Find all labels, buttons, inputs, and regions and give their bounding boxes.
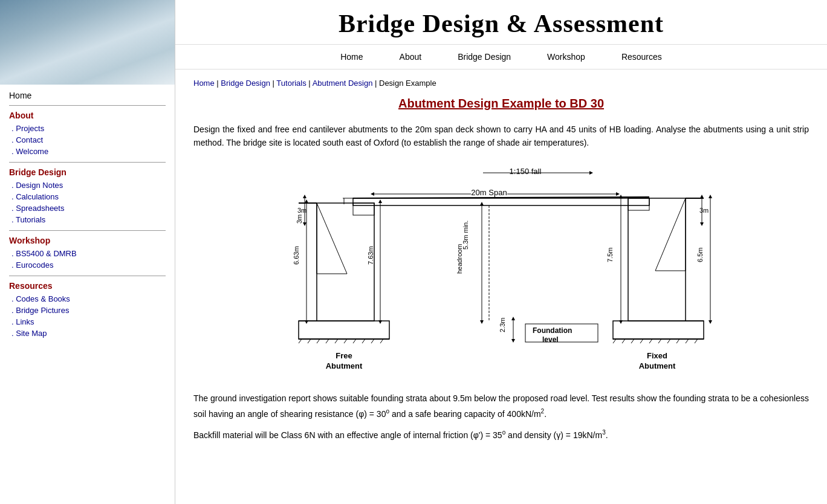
svg-line-67 xyxy=(326,339,329,343)
sidebar-section-about: About xyxy=(9,111,166,120)
svg-line-81 xyxy=(667,339,670,343)
page-title: Abutment Design Example to BD 30 xyxy=(193,97,809,111)
svg-text:Foundation: Foundation xyxy=(533,326,572,335)
svg-marker-50 xyxy=(619,320,623,324)
svg-marker-35 xyxy=(378,199,382,203)
sidebar-item-links[interactable]: Links xyxy=(9,316,166,328)
svg-text:Fixed: Fixed xyxy=(647,351,667,360)
sidebar-item-spreadsheets[interactable]: Spreadsheets xyxy=(9,202,166,214)
svg-text:Abutment: Abutment xyxy=(326,361,363,370)
breadcrumb-bridge-design[interactable]: Bridge Design xyxy=(221,79,270,88)
sidebar-navigation: Home About Projects Contact Welcome Brid… xyxy=(0,85,175,345)
svg-line-78 xyxy=(640,339,643,343)
content-area: Home | Bridge Design | Tutorials | Abutm… xyxy=(175,69,827,457)
svg-line-71 xyxy=(362,339,365,343)
svg-line-73 xyxy=(380,339,383,343)
svg-line-64 xyxy=(299,339,302,343)
svg-marker-28 xyxy=(303,222,306,226)
svg-rect-12 xyxy=(299,321,389,339)
bridge-diagram: 1:150 fall 20m Span xyxy=(253,162,749,380)
svg-marker-57 xyxy=(511,317,515,320)
svg-text:Free: Free xyxy=(336,351,352,360)
sidebar-item-tutorials[interactable]: Tutorials xyxy=(9,214,166,225)
svg-text:3m: 3m xyxy=(699,207,709,214)
sidebar-banner-image xyxy=(0,0,175,85)
svg-marker-54 xyxy=(709,320,712,324)
svg-line-72 xyxy=(371,339,374,343)
svg-text:headroom: headroom xyxy=(456,244,463,274)
sidebar-item-design-notes[interactable]: Design Notes xyxy=(9,179,166,191)
breadcrumb: Home | Bridge Design | Tutorials | Abutm… xyxy=(193,79,809,88)
top-nav-bridge-design[interactable]: Bridge Design xyxy=(458,52,511,62)
svg-marker-18 xyxy=(655,198,686,271)
svg-line-77 xyxy=(631,339,634,343)
top-nav-workshop[interactable]: Workshop xyxy=(547,52,585,62)
svg-line-65 xyxy=(308,339,311,343)
svg-marker-8 xyxy=(616,192,620,196)
svg-text:6.5m: 6.5m xyxy=(696,247,704,262)
sidebar-section-workshop: Workshop xyxy=(9,236,166,245)
svg-rect-13 xyxy=(353,203,374,215)
svg-marker-58 xyxy=(511,339,515,343)
top-nav-home[interactable]: Home xyxy=(340,52,363,62)
svg-marker-27 xyxy=(303,195,306,198)
top-nav-about[interactable]: About xyxy=(400,52,422,62)
site-title: Bridge Design & Assessment xyxy=(187,9,815,38)
svg-marker-33 xyxy=(700,222,704,226)
svg-line-75 xyxy=(613,339,616,343)
svg-marker-17 xyxy=(317,203,347,274)
svg-line-80 xyxy=(658,339,661,343)
svg-line-69 xyxy=(344,339,347,343)
svg-rect-14 xyxy=(628,198,686,321)
sidebar-item-contact[interactable]: Contact xyxy=(9,134,166,146)
svg-marker-6 xyxy=(371,192,374,196)
svg-marker-49 xyxy=(619,195,623,198)
svg-line-83 xyxy=(686,339,689,343)
svg-line-82 xyxy=(676,339,679,343)
svg-marker-40 xyxy=(305,320,308,324)
svg-rect-9 xyxy=(353,198,649,205)
svg-rect-16 xyxy=(628,198,649,210)
svg-text:level: level xyxy=(542,335,559,344)
svg-line-66 xyxy=(317,339,320,343)
sidebar-item-calculations[interactable]: Calculations xyxy=(9,191,166,202)
svg-line-79 xyxy=(649,339,652,343)
top-navigation: Home About Bridge Design Workshop Resour… xyxy=(175,45,827,69)
breadcrumb-abutment-design[interactable]: Abutment Design xyxy=(313,79,373,88)
sidebar: Home About Projects Contact Welcome Brid… xyxy=(0,0,175,504)
breadcrumb-home[interactable]: Home xyxy=(193,79,215,88)
svg-line-76 xyxy=(622,339,625,343)
svg-text:3m: 3m xyxy=(297,207,306,214)
sidebar-item-codes-books[interactable]: Codes & Books xyxy=(9,293,166,305)
sidebar-item-welcome[interactable]: Welcome xyxy=(9,146,166,157)
sidebar-item-eurocodes[interactable]: Eurocodes xyxy=(9,259,166,271)
svg-rect-11 xyxy=(317,203,374,321)
body-paragraph-2: Backfill material will be Class 6N with … xyxy=(193,427,809,442)
sidebar-item-home[interactable]: Home xyxy=(9,91,166,106)
sidebar-section-bridge-design: Bridge Design xyxy=(9,167,166,177)
breadcrumb-tutorials[interactable]: Tutorials xyxy=(276,79,306,88)
breadcrumb-current: Design Example xyxy=(379,79,436,88)
svg-marker-45 xyxy=(480,320,484,324)
svg-line-84 xyxy=(695,339,698,343)
sidebar-item-bs5400[interactable]: BS5400 & DMRB xyxy=(9,248,166,259)
top-nav-resources[interactable]: Resources xyxy=(621,52,662,62)
svg-text:2.3m: 2.3m xyxy=(499,317,506,332)
sidebar-item-bridge-pictures[interactable]: Bridge Pictures xyxy=(9,305,166,316)
sidebar-item-site-map[interactable]: Site Map xyxy=(9,328,166,339)
svg-rect-15 xyxy=(613,321,704,339)
svg-line-68 xyxy=(335,339,338,343)
site-header: Bridge Design & Assessment xyxy=(175,0,827,45)
sidebar-item-projects[interactable]: Projects xyxy=(9,123,166,134)
body-paragraph-1: The ground investigation report shows su… xyxy=(193,392,809,421)
svg-text:7.63m: 7.63m xyxy=(367,246,374,265)
svg-text:3m: 3m xyxy=(296,215,303,224)
svg-marker-44 xyxy=(480,202,484,205)
svg-text:7.5m: 7.5m xyxy=(606,247,614,262)
main-content: Bridge Design & Assessment Home About Br… xyxy=(175,0,827,504)
svg-text:20m Span: 20m Span xyxy=(471,188,507,197)
svg-marker-36 xyxy=(378,320,382,324)
svg-marker-53 xyxy=(709,195,712,198)
svg-marker-39 xyxy=(305,199,308,203)
svg-line-70 xyxy=(353,339,356,343)
